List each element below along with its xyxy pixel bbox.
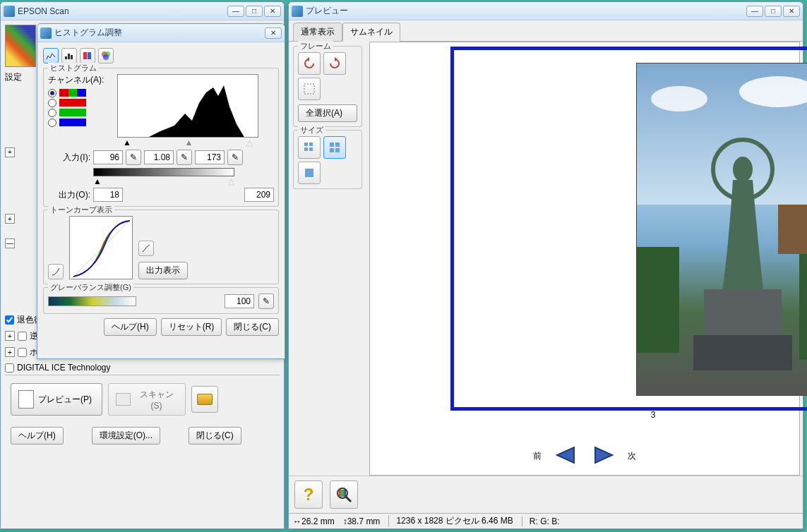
option-ice[interactable]: DIGITAL ICE Technology xyxy=(5,361,280,375)
tool-color-icon[interactable] xyxy=(98,48,114,64)
preview-maximize[interactable]: □ xyxy=(765,6,782,17)
rotate-right-icon[interactable] xyxy=(323,52,346,75)
maximize-button[interactable]: □ xyxy=(246,6,263,17)
tab-normal[interactable]: 通常表示 xyxy=(293,23,342,42)
thumbnail-image[interactable] xyxy=(636,63,807,396)
gray-balance-slider[interactable] xyxy=(48,296,136,306)
preview-titlebar[interactable]: プレビュー ― □ ✕ xyxy=(289,2,803,20)
channel-rgb-radio[interactable] xyxy=(48,87,112,97)
histogram-close-x[interactable]: ✕ xyxy=(265,28,282,39)
ice-checkbox[interactable] xyxy=(5,363,14,373)
epson-title: EPSON Scan xyxy=(18,6,226,16)
expand-toggle-1[interactable]: + xyxy=(5,147,15,157)
preview-help-icon[interactable]: ? xyxy=(294,480,323,509)
scan-button[interactable]: スキャン(S) xyxy=(108,383,186,416)
slider-shadow-marker[interactable]: ▲ xyxy=(123,138,131,147)
svg-rect-4 xyxy=(88,52,91,59)
output-view-button[interactable]: 出力表示 xyxy=(138,262,188,279)
next-arrow-icon[interactable] xyxy=(591,446,615,466)
thumbnail-index: 3 xyxy=(454,410,807,420)
close-button[interactable]: ✕ xyxy=(264,6,281,17)
channel-blue-radio[interactable] xyxy=(48,117,112,127)
rotate-left-icon[interactable] xyxy=(298,52,321,75)
histogram-dialog: ヒストグラム調整 ✕ ヒストグラム チャンネル(A): xyxy=(37,23,285,359)
input-low-field[interactable] xyxy=(93,150,123,164)
slider-mid-marker[interactable]: ▲ xyxy=(185,138,193,147)
minimize-button[interactable]: ― xyxy=(227,6,244,17)
tone-edit-icon[interactable] xyxy=(48,264,64,279)
svg-rect-24 xyxy=(704,289,782,339)
svg-rect-9 xyxy=(304,84,314,94)
channel-green-radio[interactable] xyxy=(48,107,112,117)
eyedropper-highlight[interactable]: ✎ xyxy=(227,150,243,165)
prev-label: 前 xyxy=(533,450,542,462)
expand-toggle-3[interactable]: ― xyxy=(5,238,15,248)
tool-histogram-icon[interactable] xyxy=(43,48,59,64)
dust-checkbox[interactable] xyxy=(18,348,27,357)
tool-levels-icon[interactable] xyxy=(61,48,77,64)
expand-backlight[interactable]: + xyxy=(5,331,15,341)
out-marker-high[interactable]: △ xyxy=(228,176,234,186)
svg-rect-1 xyxy=(68,54,70,59)
channel-label: チャンネル(A): xyxy=(48,74,112,86)
output-gradient[interactable] xyxy=(93,168,234,176)
curve-preset-icon[interactable] xyxy=(138,241,154,256)
eyedropper-gray[interactable]: ✎ xyxy=(258,294,274,309)
output-low-field[interactable] xyxy=(93,188,123,202)
expand-dust[interactable]: + xyxy=(5,347,15,357)
preview-app-icon xyxy=(292,6,303,17)
tonecurve-section: トーンカーブ表示 出力表示 xyxy=(43,210,279,284)
eyedropper-mid[interactable]: ✎ xyxy=(177,150,192,165)
input-gamma-field[interactable] xyxy=(144,150,174,164)
gray-value-field[interactable] xyxy=(225,294,254,308)
expand-toggle-2[interactable]: + xyxy=(5,214,15,224)
preview-statusbar: ↔26.2 mm ↕38.7 mm 1236 x 1828 ピクセル 6.46 … xyxy=(289,513,803,528)
thumbnail-selection[interactable]: 3 xyxy=(450,47,807,411)
svg-rect-25 xyxy=(693,335,792,370)
preview-button[interactable]: プレビュー(P) xyxy=(11,383,102,416)
svg-point-23 xyxy=(733,157,753,182)
select-all-button[interactable]: 全選択(A) xyxy=(298,104,357,122)
size-large-icon[interactable] xyxy=(323,136,346,159)
prev-arrow-icon[interactable] xyxy=(554,446,578,466)
histogram-titlebar[interactable]: ヒストグラム調整 ✕ xyxy=(37,24,285,42)
hist-help-button[interactable]: ヘルプ(H) xyxy=(104,318,157,336)
slider-highlight-marker[interactable]: △ xyxy=(246,138,253,147)
svg-rect-28 xyxy=(778,205,807,254)
input-high-field[interactable] xyxy=(195,150,225,164)
hist-close-button[interactable]: 閉じる(C) xyxy=(226,318,279,336)
svg-rect-27 xyxy=(799,247,807,360)
svg-rect-14 xyxy=(330,143,334,147)
output-high-field[interactable] xyxy=(244,188,274,202)
histogram-app-icon xyxy=(40,28,52,39)
out-marker-low[interactable]: ▲ xyxy=(93,176,102,186)
channel-red-radio[interactable] xyxy=(48,97,112,107)
hist-reset-button[interactable]: リセット(R) xyxy=(161,318,222,336)
preview-close[interactable]: ✕ xyxy=(783,6,800,17)
folder-button[interactable] xyxy=(191,386,218,413)
backlight-checkbox[interactable] xyxy=(18,332,27,341)
marquee-icon[interactable] xyxy=(298,78,321,100)
svg-rect-17 xyxy=(335,148,340,152)
eyedropper-shadow[interactable]: ✎ xyxy=(126,150,141,165)
svg-rect-33 xyxy=(339,490,346,497)
size-fullframe-icon[interactable] xyxy=(298,162,321,184)
svg-rect-12 xyxy=(304,147,308,151)
preview-minimize[interactable]: ― xyxy=(746,6,763,17)
close-main-button[interactable]: 閉じる(C) xyxy=(189,427,241,445)
env-settings-button[interactable]: 環境設定(O)... xyxy=(92,427,160,445)
status-rgb: R: G: B: xyxy=(522,516,799,526)
tab-thumbnail[interactable]: サムネイル xyxy=(342,23,400,42)
svg-rect-13 xyxy=(309,147,313,151)
size-small-icon[interactable] xyxy=(298,136,321,159)
help-button[interactable]: ヘルプ(H) xyxy=(11,427,64,445)
size-section: サイズ xyxy=(293,130,362,189)
tonecurve-graph xyxy=(69,216,133,279)
status-resolution: 1236 x 1828 ピクセル 6.46 MB xyxy=(388,515,513,527)
epson-titlebar[interactable]: EPSON Scan ― □ ✕ xyxy=(1,2,284,20)
restore-fade-checkbox[interactable] xyxy=(5,315,14,325)
densitometer-icon[interactable] xyxy=(330,480,358,509)
graybalance-section: グレーバランス調整(G) ✎ xyxy=(43,287,279,314)
tool-adjust-icon[interactable] xyxy=(80,48,95,64)
svg-marker-30 xyxy=(595,447,612,463)
